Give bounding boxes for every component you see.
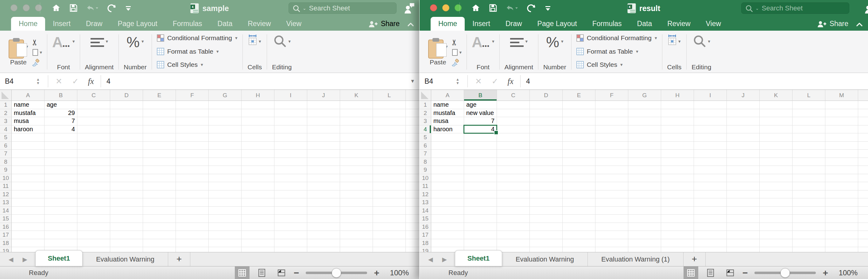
cell-F15[interactable]	[176, 215, 209, 223]
column-header-L[interactable]: L	[373, 90, 406, 101]
cell-G2[interactable]	[628, 109, 661, 117]
cell-M3[interactable]	[406, 117, 419, 126]
cell-A7[interactable]	[12, 150, 44, 158]
cell-C10[interactable]	[78, 174, 110, 182]
collapse-ribbon-icon[interactable]	[856, 22, 863, 28]
cell-L3[interactable]	[373, 117, 406, 126]
cell-A6[interactable]	[12, 142, 44, 150]
ribbon-tab-insert[interactable]: Insert	[465, 17, 498, 31]
column-header-B[interactable]: B	[44, 90, 78, 101]
cell-J7[interactable]	[307, 150, 340, 158]
cell-F11[interactable]	[595, 182, 628, 190]
cell-J13[interactable]	[307, 198, 340, 207]
cell-M10[interactable]	[825, 174, 858, 182]
cell-B12[interactable]	[464, 190, 497, 199]
ribbon-tab-data[interactable]: Data	[629, 17, 660, 31]
cell-M1[interactable]	[406, 101, 419, 109]
cell-F9[interactable]	[595, 166, 628, 174]
cell-E8[interactable]	[563, 158, 595, 166]
page-break-view-button[interactable]	[274, 267, 289, 279]
cell-C15[interactable]	[78, 215, 110, 223]
cell-J15[interactable]	[307, 215, 340, 223]
cell-G1[interactable]	[209, 101, 242, 109]
cell-F6[interactable]	[176, 142, 209, 150]
cell-J2[interactable]	[727, 109, 760, 117]
cell-K19[interactable]	[340, 247, 373, 252]
cell-H4[interactable]	[242, 126, 274, 134]
row-header-17[interactable]: 17	[420, 231, 431, 239]
cell-C13[interactable]	[497, 198, 530, 207]
row-header-6[interactable]: 6	[420, 142, 431, 150]
cell-F15[interactable]	[595, 215, 628, 223]
search-input[interactable]: ⌄ Search Sheet	[288, 2, 397, 14]
cell-K5[interactable]	[340, 133, 373, 142]
title-bar[interactable]: x sample ⌄ Search Sheet	[0, 0, 419, 16]
cell-J11[interactable]	[307, 182, 340, 190]
cell-F18[interactable]	[595, 239, 628, 247]
formula-enter-icon[interactable]: ✓	[492, 77, 498, 86]
cell-M9[interactable]	[825, 166, 858, 174]
column-header-J[interactable]: J	[727, 90, 760, 101]
cell-D19[interactable]	[530, 247, 563, 252]
cell-L12[interactable]	[373, 190, 406, 199]
cell-D11[interactable]	[530, 182, 563, 190]
cell-H19[interactable]	[242, 247, 274, 252]
cell-G10[interactable]	[209, 174, 242, 182]
cell-B17[interactable]	[44, 231, 78, 239]
cell-B8[interactable]	[44, 158, 78, 166]
spreadsheet-grid[interactable]: ABCDEFGHIJKLMN1nameage2mustafanew value3…	[420, 90, 868, 252]
cell-A8[interactable]	[12, 158, 44, 166]
cell-F16[interactable]	[595, 223, 628, 231]
cell-C4[interactable]	[78, 126, 110, 134]
column-header-M[interactable]: M	[825, 90, 858, 101]
cells-dropdown-arrow[interactable]: ▾	[259, 39, 261, 44]
cell-F4[interactable]	[595, 126, 628, 134]
cell-C3[interactable]	[497, 117, 530, 126]
cell-I11[interactable]	[694, 182, 727, 190]
cell-K14[interactable]	[340, 207, 373, 215]
cell-C7[interactable]	[497, 150, 530, 158]
cell-I12[interactable]	[274, 190, 307, 199]
cell-L11[interactable]	[793, 182, 825, 190]
column-header-K[interactable]: K	[760, 90, 793, 101]
cell-C12[interactable]	[78, 190, 110, 199]
cell-K9[interactable]	[340, 166, 373, 174]
cell-L2[interactable]	[373, 109, 406, 117]
cell-B15[interactable]	[44, 215, 78, 223]
cell-E3[interactable]	[563, 117, 595, 126]
cell-K16[interactable]	[760, 223, 793, 231]
cell-F7[interactable]	[595, 150, 628, 158]
ribbon-tab-view[interactable]: View	[279, 17, 309, 31]
cell-J9[interactable]	[727, 166, 760, 174]
format-as-table-button[interactable]: Format as Table▾	[157, 48, 219, 55]
editing-group[interactable]: ▾ Editing	[272, 33, 291, 71]
cell-H13[interactable]	[661, 198, 694, 207]
cell-C4[interactable]	[497, 126, 530, 134]
cell-B6[interactable]	[464, 142, 497, 150]
cell-L12[interactable]	[793, 190, 825, 199]
cell-D6[interactable]	[530, 142, 563, 150]
row-header-10[interactable]: 10	[0, 174, 12, 182]
conditional-formatting-button[interactable]: Conditional Formatting▾	[157, 34, 238, 42]
cell-K2[interactable]	[760, 109, 793, 117]
cell-G8[interactable]	[209, 158, 242, 166]
row-header-13[interactable]: 13	[420, 198, 431, 207]
cell-A14[interactable]	[431, 207, 464, 215]
redo-icon[interactable]	[526, 3, 536, 12]
cell-D1[interactable]	[110, 101, 143, 109]
cell-K14[interactable]	[760, 207, 793, 215]
cell-G3[interactable]	[209, 117, 242, 126]
cell-K19[interactable]	[760, 247, 793, 252]
cell-J10[interactable]	[307, 174, 340, 182]
cell-I11[interactable]	[274, 182, 307, 190]
cell-I3[interactable]	[694, 117, 727, 126]
cell-A17[interactable]	[12, 231, 44, 239]
column-header-A[interactable]: A	[12, 90, 44, 101]
ribbon-tab-data[interactable]: Data	[210, 17, 240, 31]
cell-H8[interactable]	[661, 158, 694, 166]
cell-C17[interactable]	[78, 231, 110, 239]
cell-E5[interactable]	[563, 133, 595, 142]
cell-K5[interactable]	[760, 133, 793, 142]
cell-K18[interactable]	[760, 239, 793, 247]
cell-K18[interactable]	[340, 239, 373, 247]
